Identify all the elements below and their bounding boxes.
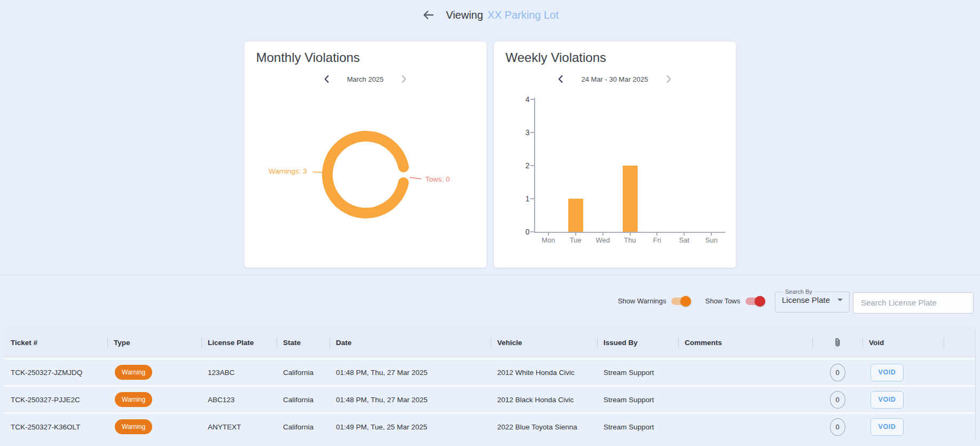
x-tick-label: Fri xyxy=(643,236,671,244)
x-tick-label: Tue xyxy=(562,236,590,244)
void-button[interactable]: VOID xyxy=(871,391,904,409)
vehicle: 2012 Black Honda Civic xyxy=(491,396,597,404)
attachment-count-badge: 0 xyxy=(830,391,845,409)
warning-badge: Warning xyxy=(115,365,152,380)
x-tick-mark xyxy=(711,233,712,236)
week-range-label: 24 Mar - 30 Mar 2025 xyxy=(581,75,648,83)
col-void: Void xyxy=(863,337,944,349)
donut-arc-warnings xyxy=(320,129,411,221)
y-tick-mark xyxy=(530,132,534,133)
x-tick-mark xyxy=(575,233,576,236)
search-by-select[interactable]: Search By License Plate xyxy=(775,288,850,312)
tows-leader-line xyxy=(410,177,421,179)
violations-table: Ticket # Type License Plate State Date V… xyxy=(4,327,976,440)
donut-label-warnings: Warnings: 3 xyxy=(269,167,307,175)
monthly-violations-card: Monthly Violations March 2025 Warnings: … xyxy=(245,42,487,268)
ticket-number: TCK-250327-K36OLT xyxy=(4,423,107,431)
show-warnings-label: Show Warnings xyxy=(618,297,667,305)
date: 01:49 PM, Tue, 25 Mar 2025 xyxy=(330,423,491,431)
col-type: Type xyxy=(107,337,201,349)
toggle-thumb xyxy=(755,296,765,307)
next-week-button[interactable] xyxy=(662,73,675,85)
y-tick-mark xyxy=(530,99,534,100)
x-tick-mark xyxy=(548,233,549,236)
y-tick-mark xyxy=(530,165,534,166)
license-plate: 123ABC xyxy=(201,369,277,377)
prev-week-button[interactable] xyxy=(554,73,567,85)
header: Viewing XX Parking Lot xyxy=(0,0,980,30)
state: California xyxy=(277,423,330,431)
bar-thu xyxy=(623,166,638,232)
lot-name-link[interactable]: XX Parking Lot xyxy=(488,9,559,21)
vehicle: 2022 Blue Toyota Sienna xyxy=(491,423,597,431)
y-tick-label: 4 xyxy=(511,95,530,104)
x-tick-label: Mon xyxy=(535,236,562,244)
parking-dashboard: Viewing XX Parking Lot Monthly Violation… xyxy=(0,0,980,446)
attachment-count-badge: 0 xyxy=(830,364,845,381)
bar-tue xyxy=(568,199,583,232)
y-tick-mark xyxy=(530,198,534,199)
page-title-prefix: Viewing xyxy=(446,9,483,21)
license-plate-search-input[interactable] xyxy=(853,292,974,314)
caret-down-icon xyxy=(837,299,843,301)
x-tick-label: Thu xyxy=(616,236,644,244)
back-arrow-icon[interactable] xyxy=(421,8,435,22)
page-title: Viewing XX Parking Lot xyxy=(446,9,559,21)
void-button[interactable]: VOID xyxy=(871,418,904,436)
col-comments: Comments xyxy=(678,337,812,349)
donut-label-tows: Tows: 0 xyxy=(426,175,450,183)
attachment-count-badge: 0 xyxy=(830,418,845,436)
y-tick-label: 2 xyxy=(511,161,530,170)
issued-by: Stream Support xyxy=(597,423,678,431)
table-header-row: Ticket # Type License Plate State Date V… xyxy=(4,327,975,358)
table-row: TCK-250327-K36OLT Warning ANYTEXT Califo… xyxy=(4,412,975,440)
col-trailing xyxy=(944,337,975,349)
x-tick-label: Sun xyxy=(697,236,725,244)
col-state: State xyxy=(277,337,330,349)
y-tick-mark xyxy=(530,231,534,232)
x-tick-label: Wed xyxy=(589,236,617,244)
charts-row: Monthly Violations March 2025 Warnings: … xyxy=(0,42,980,268)
col-vehicle: Vehicle xyxy=(491,337,597,349)
monthly-donut-chart xyxy=(245,42,487,268)
y-axis xyxy=(534,98,535,233)
x-tick-mark xyxy=(656,233,657,236)
section-divider xyxy=(0,275,980,275)
void-button[interactable]: VOID xyxy=(871,364,904,381)
col-issued-by: Issued By xyxy=(597,337,678,349)
show-tows-label: Show Tows xyxy=(705,297,740,305)
search-by-value: License Plate xyxy=(782,295,830,304)
x-tick-mark xyxy=(602,233,603,236)
y-tick-label: 0 xyxy=(511,227,530,237)
show-warnings-toggle[interactable] xyxy=(671,296,691,307)
ticket-number: TCK-250327-PJJE2C xyxy=(4,396,107,404)
warning-badge: Warning xyxy=(115,419,152,434)
warning-badge: Warning xyxy=(115,392,152,407)
issued-by: Stream Support xyxy=(597,369,678,377)
vehicle: 2012 White Honda Civic xyxy=(491,369,597,377)
weekly-title: Weekly Violations xyxy=(506,50,607,65)
license-plate: ANYTEXT xyxy=(201,423,277,431)
col-date: Date xyxy=(330,337,491,349)
col-license-plate: License Plate xyxy=(201,337,277,349)
warnings-leader-line xyxy=(313,172,326,173)
date: 01:48 PM, Thu, 27 Mar 2025 xyxy=(330,396,491,404)
y-tick-label: 3 xyxy=(511,128,530,137)
toggle-thumb xyxy=(680,296,691,307)
weekly-violations-card: Weekly Violations 24 Mar - 30 Mar 2025 0… xyxy=(494,42,736,268)
license-plate: ABC123 xyxy=(201,396,277,404)
issued-by: Stream Support xyxy=(597,396,678,404)
paperclip-icon xyxy=(832,337,843,348)
weekly-bar-chart: 01234MonTueWedThuFriSatSun xyxy=(534,98,725,233)
col-ticket: Ticket # xyxy=(4,337,107,349)
x-tick-mark xyxy=(630,233,631,236)
y-tick-label: 1 xyxy=(511,194,530,204)
table-row: TCK-250327-PJJE2C Warning ABC123 Califor… xyxy=(4,385,975,412)
show-tows-toggle[interactable] xyxy=(746,296,765,307)
ticket-number: TCK-250327-JZMJDQ xyxy=(4,369,107,377)
state: California xyxy=(277,369,330,377)
state: California xyxy=(277,396,330,404)
col-attachments xyxy=(812,337,863,349)
date: 01:48 PM, Thu, 27 Mar 2025 xyxy=(330,369,491,377)
table-controls: Show Warnings Show Tows Search By Licens… xyxy=(618,288,974,314)
